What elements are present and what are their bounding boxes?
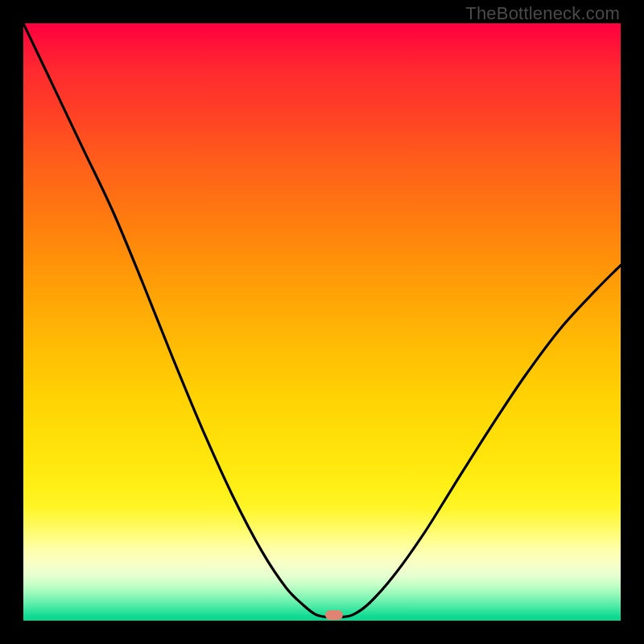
bottleneck-curve: [23, 23, 621, 621]
watermark-text: TheBottleneck.com: [465, 3, 620, 24]
curve-path: [23, 23, 621, 617]
optimal-marker: [325, 610, 343, 620]
plot-area: [23, 23, 621, 621]
chart-frame: TheBottleneck.com: [0, 0, 644, 644]
